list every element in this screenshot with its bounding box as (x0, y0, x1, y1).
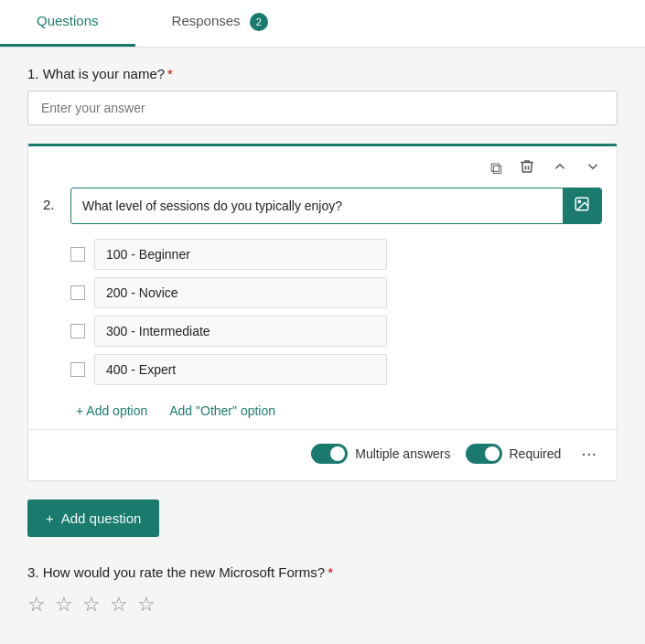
question-2-input-wrap (70, 188, 602, 224)
svg-point-1 (578, 200, 580, 202)
responses-badge: 2 (250, 13, 268, 31)
option-text-2[interactable]: 200 - Novice (94, 277, 387, 308)
tab-responses-label: Responses (172, 13, 241, 28)
card-body: 2. (28, 188, 617, 422)
question-3-block: 3. How would you rate the new Microsoft … (27, 564, 618, 615)
star-5-icon[interactable]: ☆ (137, 593, 159, 615)
more-dots-icon: ··· (581, 443, 597, 463)
add-other-option-label: Add "Other" option (169, 403, 275, 418)
card-footer: Multiple answers Required ··· (28, 429, 617, 466)
tab-questions-label: Questions (37, 13, 99, 28)
option-item-1: 100 - Beginner (70, 239, 602, 270)
question-1-label: 1. What is your name?* (27, 66, 618, 81)
option-item-2: 200 - Novice (70, 277, 602, 308)
card-toolbar: ⧉ (28, 146, 617, 188)
star-3-icon[interactable]: ☆ (82, 593, 104, 615)
move-up-button[interactable] (547, 156, 573, 182)
required-star-1: * (167, 66, 173, 81)
required-star-3: * (328, 564, 333, 580)
option-checkbox-2[interactable] (70, 285, 85, 300)
question-1-block: 1. What is your name?* (27, 66, 618, 125)
add-question-plus-icon: + (46, 510, 54, 526)
delete-button[interactable] (514, 156, 540, 182)
option-item-4: 400 - Expert (70, 354, 602, 385)
add-other-option-button[interactable]: Add "Other" option (164, 400, 281, 422)
delete-icon (519, 158, 535, 179)
option-text-3[interactable]: 300 - Intermediate (94, 316, 387, 347)
option-item-3: 300 - Intermediate (70, 316, 602, 347)
question-1-answer-input[interactable] (27, 91, 618, 125)
star-2-icon[interactable]: ☆ (55, 593, 77, 615)
add-option-label: + Add option (76, 403, 147, 418)
question-2-number: 2. (43, 188, 61, 212)
question-2-row: 2. (43, 188, 602, 224)
required-toggle[interactable] (466, 444, 502, 464)
add-question-label: Add question (61, 510, 142, 526)
question-2-card: ⧉ (27, 144, 618, 481)
option-text-4[interactable]: 400 - Expert (94, 354, 387, 385)
tabs-bar: Questions Responses 2 (0, 0, 645, 48)
copy-button[interactable]: ⧉ (486, 156, 507, 182)
options-list: 100 - Beginner 200 - Novice 300 - Interm… (70, 239, 602, 385)
down-arrow-icon (585, 158, 601, 179)
required-label: Required (510, 446, 562, 461)
option-checkbox-4[interactable] (70, 362, 85, 377)
star-4-icon[interactable]: ☆ (110, 593, 132, 615)
star-1-icon[interactable]: ☆ (27, 593, 49, 615)
question-2-title-input[interactable] (71, 189, 563, 222)
tab-questions[interactable]: Questions (0, 0, 135, 47)
option-checkbox-1[interactable] (70, 247, 85, 262)
up-arrow-icon (552, 158, 568, 179)
copy-icon: ⧉ (490, 159, 502, 178)
required-group: Required (466, 444, 562, 464)
option-text-1[interactable]: 100 - Beginner (94, 239, 387, 270)
more-options-button[interactable]: ··· (575, 441, 602, 466)
multiple-answers-group: Multiple answers (311, 444, 450, 464)
add-option-button[interactable]: + Add option (70, 400, 153, 422)
question-3-label: 3. How would you rate the new Microsoft … (27, 564, 618, 580)
add-option-row: + Add option Add "Other" option (70, 400, 602, 422)
tab-responses[interactable]: Responses 2 (135, 0, 305, 47)
option-checkbox-3[interactable] (70, 324, 85, 338)
add-image-button[interactable] (563, 188, 601, 223)
image-icon (574, 196, 590, 216)
star-rating-row: ☆ ☆ ☆ ☆ ☆ (27, 593, 618, 615)
move-down-button[interactable] (580, 156, 606, 182)
multiple-answers-toggle[interactable] (311, 444, 348, 464)
multiple-answers-label: Multiple answers (355, 446, 450, 461)
page-content: 1. What is your name?* ⧉ (0, 48, 645, 644)
add-question-button[interactable]: + Add question (27, 499, 159, 537)
